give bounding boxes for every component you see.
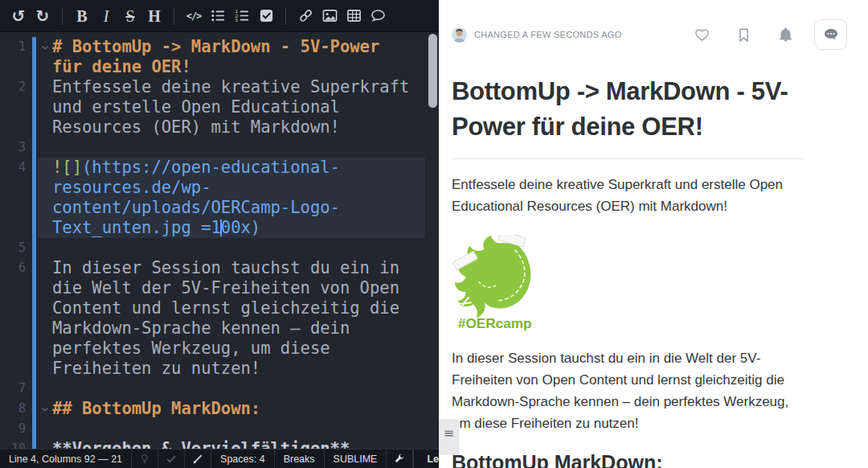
editor-line-row[interactable]: für deine OER!: [0, 57, 439, 77]
line-text: content/uploads/OERCamp-Logo-: [52, 198, 439, 218]
check-square-icon[interactable]: [254, 0, 278, 31]
line-number: [0, 339, 26, 359]
undo-icon[interactable]: ↺: [6, 0, 31, 31]
comment-icon[interactable]: [366, 0, 390, 31]
indent-setting[interactable]: Spaces: 4: [211, 450, 275, 468]
line-text: Resources (OER) mit Markdown!: [52, 117, 439, 138]
editor-line-row[interactable]: 6In dieser Session tauchst du ein in: [0, 258, 439, 278]
gutter-space: [26, 379, 52, 399]
cursor-position: Line 4, Columns 92 — 21: [0, 450, 132, 468]
line-text: In dieser Session tauchst du ein in: [52, 258, 439, 278]
spellcheck-check-icon[interactable]: [158, 450, 185, 468]
editor-lines: 1# BottomUp -> MarkDown - 5V-Powerfür de…: [0, 37, 439, 449]
line-number: [0, 57, 26, 77]
markdown-editor-pane: ↺↻BISH</>123 1# BottomUp -> MarkDown - 5…: [0, 0, 439, 468]
line-number: [0, 359, 26, 379]
line-text: für deine OER!: [52, 57, 439, 77]
gutter-space: [26, 258, 52, 278]
line-number: 9: [0, 419, 26, 439]
line-text: die Welt der 5V-Freiheiten von Open: [52, 278, 439, 298]
fold-chevron-down-icon[interactable]: [26, 37, 52, 57]
line-number: [0, 298, 26, 318]
heart-icon[interactable]: [694, 27, 710, 43]
pane-splitter-handle[interactable]: ≡: [439, 419, 459, 454]
intro-paragraph: Entfessele deine kreative Superkraft und…: [452, 174, 805, 217]
comments-button[interactable]: [814, 19, 847, 50]
strikethrough-icon[interactable]: S: [118, 0, 142, 31]
italic-icon[interactable]: I: [94, 0, 118, 31]
editor-line-row[interactable]: Resources (OER) mit Markdown!: [0, 117, 439, 138]
editor-line-row[interactable]: und erstelle Open Educational: [0, 97, 439, 117]
link-icon[interactable]: [293, 0, 317, 31]
editor-toolbar: ↺↻BISH</>123: [0, 0, 439, 32]
bookmark-icon[interactable]: [736, 27, 751, 43]
gutter-space: [26, 318, 52, 339]
comment-bubble-icon: [823, 27, 839, 43]
line-number: 8: [0, 399, 26, 419]
svg-text:3: 3: [235, 17, 238, 23]
editor-line-row[interactable]: die Welt der 5V-Freiheiten von Open: [0, 278, 439, 298]
hint-lightbulb-icon[interactable]: [132, 450, 158, 468]
image-icon[interactable]: [317, 0, 342, 31]
table-icon[interactable]: [342, 0, 366, 31]
gutter-space: [26, 298, 52, 318]
bold-icon[interactable]: B: [70, 0, 94, 31]
editor-line-row[interactable]: Freiheiten zu nutzen!: [0, 359, 439, 379]
editor-line-row[interactable]: Content und lernst gleichzeitig die: [0, 298, 439, 318]
preview-pane: CHANGED A FEW SECONDS AGO BottomUp -> Ma…: [439, 0, 868, 468]
editor-line-row[interactable]: 5: [0, 238, 439, 258]
line-number: 5: [0, 238, 26, 258]
line-number: [0, 117, 26, 138]
editor-line-row[interactable]: perfektes Werkzeug, um diese: [0, 339, 439, 359]
line-text: Freiheiten zu nutzen!: [52, 359, 439, 379]
line-number: 7: [0, 379, 26, 399]
line-number: [0, 198, 26, 218]
gutter-space: [26, 77, 52, 97]
bullet-list-icon[interactable]: [206, 0, 230, 31]
keymap-setting[interactable]: SUBLIME: [325, 450, 387, 468]
line-text: # BottomUp -> MarkDown - 5V-Power: [52, 37, 439, 57]
editor-line-row[interactable]: resources.de/wp-: [0, 178, 439, 198]
editor-line-row[interactable]: 9: [0, 419, 439, 439]
editor-scrollbar-thumb[interactable]: [428, 34, 437, 108]
line-text: Markdown-Sprache kennen – dein: [52, 318, 439, 339]
editor-line-row[interactable]: 10**Vorgehen & Vervielfältigen**: [0, 439, 439, 449]
session-paragraph: In dieser Session tauchst du ein in die …: [452, 347, 805, 434]
line-text: ## BottomUp MarkDown:: [52, 399, 439, 419]
numbered-list-icon[interactable]: 123: [230, 0, 254, 31]
gutter-space: [26, 218, 52, 238]
code-icon[interactable]: </>: [182, 0, 206, 31]
theme-brush-icon[interactable]: [185, 450, 211, 468]
line-number: 4: [0, 158, 26, 178]
preferences-wrench-icon[interactable]: [387, 450, 413, 468]
bell-icon[interactable]: [778, 27, 793, 43]
line-text: Text_unten.jpg =100x): [52, 218, 439, 238]
editor-line-row[interactable]: 7: [0, 379, 439, 399]
gutter-space: [26, 278, 52, 298]
hackmd-split-view: ↺↻BISH</>123 1# BottomUp -> MarkDown - 5…: [0, 0, 868, 468]
editor-line-row[interactable]: content/uploads/OERCamp-Logo-: [0, 198, 439, 218]
gutter-space: [26, 359, 52, 379]
line-number: [0, 178, 26, 198]
editor-line-row[interactable]: Markdown-Sprache kennen – dein: [0, 318, 439, 339]
editor-line-row[interactable]: Text_unten.jpg =100x): [0, 218, 439, 238]
line-text: resources.de/wp-: [52, 178, 439, 198]
editor-line-row[interactable]: 8## BottomUp MarkDown:: [0, 399, 439, 419]
editor-line-row[interactable]: 4![](https://open-educational-: [0, 158, 439, 178]
line-text: und erstelle Open Educational: [52, 97, 439, 117]
editor-line-row[interactable]: 1# BottomUp -> MarkDown - 5V-Power: [0, 37, 439, 57]
editor-line-row[interactable]: 2Entfessele deine kreative Superkraft: [0, 77, 439, 97]
linebreak-setting[interactable]: Breaks: [275, 450, 325, 468]
editor-line-row[interactable]: 3: [0, 138, 439, 158]
line-text: Content und lernst gleichzeitig die: [52, 298, 439, 318]
last-changed-label: CHANGED A FEW SECONDS AGO: [474, 30, 622, 39]
avatar[interactable]: [452, 27, 467, 43]
gutter-space: [26, 198, 52, 218]
toolbar-divider: [285, 7, 286, 25]
fold-chevron-down-icon[interactable]: [26, 399, 52, 419]
heading-icon[interactable]: H: [142, 0, 166, 31]
line-text: [52, 419, 439, 439]
redo-icon[interactable]: ↻: [31, 0, 55, 31]
line-text: perfektes Werkzeug, um diese: [52, 339, 439, 359]
code-editor[interactable]: 1# BottomUp -> MarkDown - 5V-Powerfür de…: [0, 32, 439, 449]
